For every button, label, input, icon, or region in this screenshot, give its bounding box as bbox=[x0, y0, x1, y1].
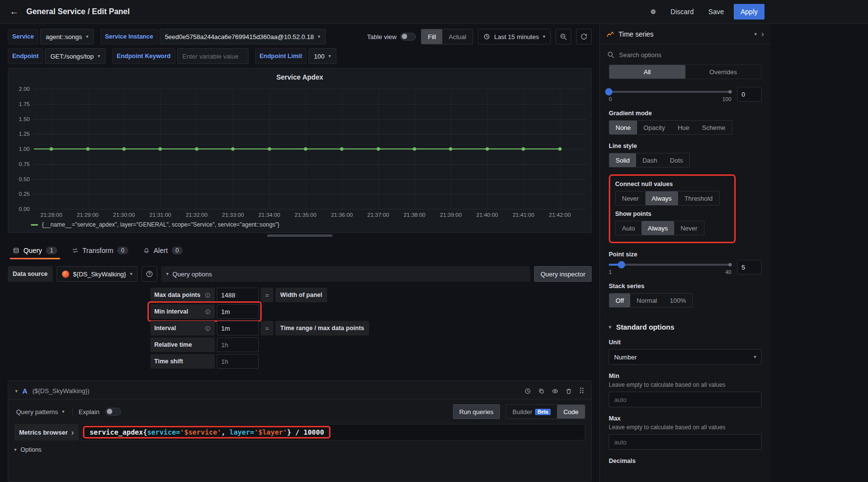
chevron-down-icon: ▾ bbox=[62, 409, 64, 414]
series-point bbox=[123, 147, 126, 151]
min-input[interactable] bbox=[609, 392, 762, 407]
collapse-pane-icon[interactable]: › bbox=[761, 30, 764, 38]
connect-null-values-group: NeverAlwaysThreshold bbox=[615, 191, 720, 206]
min-interval-highlight-box: Min interval 1m bbox=[147, 301, 262, 322]
option-100-[interactable]: 100% bbox=[663, 293, 692, 307]
x-tick-label: 21:41:00 bbox=[513, 212, 535, 218]
fill-actual-toggle: FillActual bbox=[421, 29, 473, 44]
endpoint-limit-dropdown[interactable]: 100▾ bbox=[309, 48, 336, 64]
point-size-slider[interactable] bbox=[609, 264, 731, 266]
option-dots[interactable]: Dots bbox=[663, 153, 689, 167]
collapse-query-icon[interactable]: ▾ bbox=[15, 389, 18, 394]
service-instance-dropdown[interactable]: 5eed0e5758a244aca6e7699415d360aa@10.52.0… bbox=[160, 29, 326, 44]
table-view-label: Table view bbox=[367, 33, 397, 41]
query-expression[interactable]: service_apdex{service='$service', layer=… bbox=[89, 428, 324, 436]
slider-handle[interactable] bbox=[605, 88, 613, 96]
chevron-down-icon: ▾ bbox=[86, 34, 88, 39]
option-dash[interactable]: Dash bbox=[636, 153, 663, 167]
option-none[interactable]: None bbox=[609, 121, 637, 134]
option-scheme[interactable]: Scheme bbox=[696, 121, 732, 134]
query-ref-id[interactable]: A bbox=[22, 387, 27, 395]
option-overrides[interactable]: Overrides bbox=[685, 65, 762, 79]
plot-area[interactable] bbox=[34, 89, 586, 209]
query-editor-row: Metrics browser› service_apdex{service='… bbox=[14, 424, 585, 440]
option-never[interactable]: Never bbox=[616, 191, 645, 205]
endpoint-keyword-input[interactable] bbox=[177, 48, 248, 64]
query-code-editor[interactable]: service_apdex{service='$service', layer=… bbox=[82, 424, 585, 440]
show-points-group: AutoAlwaysNever bbox=[615, 221, 704, 235]
series-point bbox=[268, 147, 271, 151]
max-data-points-input[interactable]: 1488 bbox=[217, 288, 259, 302]
option-auto[interactable]: Auto bbox=[616, 221, 641, 235]
service-value: agent::songs bbox=[45, 33, 82, 41]
max-input[interactable] bbox=[609, 434, 762, 450]
code-mode-button[interactable]: Code bbox=[557, 405, 585, 419]
standard-options-section[interactable]: ▾ Standard options bbox=[609, 323, 762, 331]
zoom-out-button[interactable] bbox=[556, 29, 571, 44]
fill-opacity-slider[interactable] bbox=[609, 91, 731, 93]
option-always[interactable]: Always bbox=[641, 221, 674, 235]
option-normal[interactable]: Normal bbox=[630, 293, 663, 307]
relative-time-row: Relative time 1h bbox=[150, 337, 592, 352]
time-shift-input[interactable]: 1h bbox=[217, 354, 259, 369]
service-dropdown[interactable]: agent::songs▾ bbox=[40, 29, 93, 44]
apply-button[interactable]: Apply bbox=[734, 4, 765, 20]
point-size-value[interactable]: 5 bbox=[737, 260, 762, 274]
chevron-down-icon: ▾ bbox=[543, 34, 545, 39]
data-source-help-button[interactable] bbox=[142, 266, 157, 282]
option-never[interactable]: Never bbox=[674, 221, 704, 235]
query-options-collapse-row: ▾ Options bbox=[14, 446, 585, 453]
tab-query[interactable]: Query 1 bbox=[8, 242, 62, 259]
query-options-collapse[interactable]: ▾ Query options bbox=[161, 266, 530, 282]
refresh-button[interactable] bbox=[576, 29, 592, 44]
unit-select[interactable]: Number ▾ bbox=[609, 349, 762, 365]
query-history-button[interactable] bbox=[524, 388, 531, 395]
tab-transform[interactable]: Transform 0 bbox=[67, 242, 133, 259]
explain-toggle[interactable] bbox=[105, 408, 121, 416]
option-solid[interactable]: Solid bbox=[609, 153, 636, 167]
fill-opacity-value[interactable]: 0 bbox=[737, 87, 762, 102]
tab-label: Transform bbox=[83, 247, 113, 254]
option-fill[interactable]: Fill bbox=[421, 29, 442, 44]
visualization-picker[interactable]: Time series ▾ › bbox=[600, 24, 770, 44]
slider-handle[interactable] bbox=[618, 261, 625, 269]
option-off[interactable]: Off bbox=[609, 293, 630, 307]
search-options[interactable]: Search options bbox=[600, 44, 770, 60]
data-source-picker[interactable]: ${DS_SkyWalking} ▾ bbox=[57, 266, 138, 282]
option-always[interactable]: Always bbox=[645, 191, 678, 205]
query-datasource-ref: (${DS_SkyWalking}) bbox=[32, 387, 89, 395]
option-all[interactable]: All bbox=[609, 65, 685, 79]
database-icon bbox=[13, 247, 20, 254]
unit-label: Unit bbox=[609, 339, 762, 346]
run-queries-button[interactable]: Run queries bbox=[453, 404, 500, 419]
query-inspector-button[interactable]: Query inspector bbox=[534, 266, 592, 282]
horizontal-scrollbar[interactable] bbox=[267, 234, 332, 237]
time-range-picker[interactable]: Last 15 minutes ▾ bbox=[478, 29, 551, 44]
drag-handle-icon[interactable]: ⠿ bbox=[579, 387, 584, 395]
duplicate-query-button[interactable] bbox=[538, 388, 545, 395]
legend-label[interactable]: {__name__="service_apdex", layer="GENERA… bbox=[42, 221, 279, 228]
option-opacity[interactable]: Opacity bbox=[637, 121, 671, 134]
endpoint-dropdown[interactable]: GET:/songs/top▾ bbox=[45, 48, 105, 64]
hide-response-button[interactable] bbox=[552, 388, 558, 395]
all-overrides-tabs: AllOverrides bbox=[609, 64, 762, 79]
options-collapse-label[interactable]: Options bbox=[21, 446, 41, 453]
metrics-browser-button[interactable]: Metrics browser› bbox=[14, 424, 79, 440]
back-button[interactable]: ← bbox=[7, 4, 21, 19]
relative-time-input[interactable]: 1h bbox=[217, 337, 259, 352]
discard-button[interactable]: Discard bbox=[666, 4, 699, 20]
tab-alert[interactable]: Alert 0 bbox=[138, 242, 187, 259]
min-interval-input[interactable]: 1m bbox=[217, 304, 259, 319]
builder-mode-button[interactable]: BuilderBeta bbox=[506, 405, 557, 419]
option-hue[interactable]: Hue bbox=[671, 121, 696, 134]
panel-settings-button[interactable] bbox=[645, 4, 661, 20]
tab-label: Alert bbox=[154, 247, 168, 254]
query-patterns-dropdown[interactable]: Query patterns▾ bbox=[14, 408, 66, 416]
table-view-toggle[interactable] bbox=[400, 33, 416, 41]
x-tick-label: 21:40:00 bbox=[476, 212, 498, 218]
option-actual[interactable]: Actual bbox=[442, 29, 473, 44]
option-threshold[interactable]: Threshold bbox=[678, 191, 719, 205]
save-button[interactable]: Save bbox=[703, 4, 729, 20]
x-tick-label: 21:29:00 bbox=[77, 212, 99, 218]
remove-query-button[interactable] bbox=[565, 388, 572, 395]
